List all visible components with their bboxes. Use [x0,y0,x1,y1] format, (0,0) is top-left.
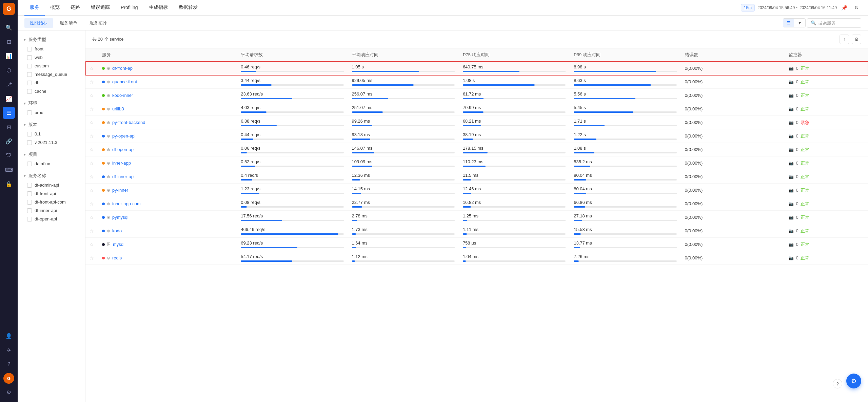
nav-item-data-forward[interactable]: 数据转发 [173,0,203,16]
filter-item-v01[interactable]: 0.1 [18,130,85,138]
table-row[interactable]: ☆ ⊕ df-open-api 0.06 req/s 146.07 ms 178… [85,143,868,156]
table-row[interactable]: ☆ ⊕ df-inner-api 0.4 req/s 12.36 ms 11.5… [85,170,868,184]
table-row[interactable]: ☆ ⊗ redis 54.17 req/s 1.12 ms 1.04 ms 7.… [85,251,868,265]
service-name-cell[interactable]: ⊗ redis [102,255,233,260]
star-button[interactable]: ☆ [90,79,94,85]
view-toggle-list[interactable]: ☰ [783,19,794,27]
filter-item-df-front-api-com[interactable]: df-front-api-com [18,198,85,206]
nav-item-error-track[interactable]: 错误追踪 [85,0,115,16]
filter-checkbox-front[interactable] [27,47,32,51]
star-button[interactable]: ☆ [90,161,94,166]
filter-item-front[interactable]: front [18,45,85,53]
user-avatar[interactable]: G [3,373,14,384]
table-row[interactable]: ☆ ⊗ pymysql 17.56 req/s 2.78 ms 1.25 ms … [85,211,868,224]
table-row[interactable]: ☆ ⊕ py-inner 1.23 req/s 14.15 ms 12.46 m… [85,184,868,197]
view-toggle-grid[interactable]: ▼ [794,19,805,27]
filter-checkbox-cache[interactable] [27,89,32,94]
sidebar-icon-terminal[interactable]: ⌨ [3,164,15,176]
service-name-cell[interactable]: ⊕ py-front-backend [102,120,233,125]
table-row[interactable]: ☆ ⊕ inner-app-com 0.08 req/s 22.77 ms 16… [85,197,868,211]
star-button[interactable]: ☆ [90,255,94,261]
star-button[interactable]: ☆ [90,147,94,152]
sidebar-icon-topology[interactable]: ⬡ [3,64,15,76]
fab-button[interactable]: ⚙ [846,374,861,388]
filter-item-web[interactable]: web [18,53,85,62]
help-button[interactable]: ? [833,379,842,388]
filter-item-cache[interactable]: cache [18,87,85,96]
filter-item-custom[interactable]: custom [18,62,85,70]
filter-section-header-project[interactable]: ▼ 项目 [18,149,85,160]
service-name-cell[interactable]: ⊕ guance-front [102,79,233,84]
filter-checkbox-df-open-api[interactable] [27,217,32,221]
filter-checkbox-df-front-api[interactable] [27,191,32,196]
sidebar-icon-search[interactable]: 🔍 [3,21,15,34]
service-name-cell[interactable]: ⊕ df-open-api [102,147,233,152]
star-button[interactable]: ☆ [90,93,94,98]
service-name-cell[interactable]: ⊕ inner-app [102,161,233,166]
sidebar-icon-analytics[interactable]: 📈 [3,92,15,105]
settings-icon[interactable]: ⚙ [852,35,861,44]
nav-item-services[interactable]: 服务 [24,0,45,16]
filter-item-df-inner-api[interactable]: df-inner-api [18,206,85,215]
refresh-icon[interactable]: ↻ [852,3,861,13]
service-name-cell[interactable]: ⊕ df-inner-api [102,174,233,179]
nav-item-trace[interactable]: 链路 [65,0,85,16]
star-button[interactable]: ☆ [90,201,94,207]
sidebar-icon-chart[interactable]: 📊 [3,50,15,62]
filter-checkbox-df-inner-api[interactable] [27,208,32,213]
filter-section-header-service-name[interactable]: ▼ 服务名称 [18,171,85,181]
service-name-cell[interactable]: ⊕ kodo-inner [102,93,233,98]
service-name-cell[interactable]: 🗄 mysql [102,242,233,247]
filter-item-db[interactable]: db [18,79,85,87]
filter-section-header-service-type[interactable]: ▼ 服务类型 [18,35,85,45]
filter-checkbox-v01[interactable] [27,132,32,136]
filter-checkbox-df-admin-api[interactable] [27,183,32,188]
filter-item-df-admin-api[interactable]: df-admin-api [18,181,85,189]
filter-checkbox-message-queue[interactable] [27,72,32,77]
service-name-cell[interactable]: ⊕ inner-app-com [102,201,233,206]
service-name-cell[interactable]: ⊕ py-inner [102,188,233,193]
table-row[interactable]: ☆ ⊕ urllib3 4.03 req/s 251.07 ms 70.99 m… [85,102,868,116]
filter-section-header-env[interactable]: ▼ 环境 [18,98,85,108]
export-icon[interactable]: ↑ [840,35,849,44]
nav-item-overview[interactable]: 概览 [45,0,65,16]
filter-checkbox-v2021[interactable] [27,140,32,145]
time-range-badge[interactable]: 15m [741,4,755,12]
search-box[interactable]: 🔍 搜索服务 [807,18,861,28]
service-name-cell[interactable]: ⊕ df-front-api [102,66,233,71]
filter-checkbox-dataflux[interactable] [27,162,32,166]
table-row[interactable]: ☆ ⊕ kodo-inner 23.63 req/s 256.07 ms 61.… [85,89,868,102]
filter-item-v2021[interactable]: v.2021.11.3 [18,138,85,147]
star-button[interactable]: ☆ [90,106,94,112]
star-button[interactable]: ☆ [90,174,94,179]
sidebar-icon-lock[interactable]: 🔒 [3,178,15,190]
service-name-cell[interactable]: ⊗ pymysql [102,215,233,220]
table-row[interactable]: ☆ ⊕ py-open-api 0.44 req/s 93.18 ms 38.1… [85,129,868,143]
filter-checkbox-db[interactable] [27,81,32,85]
sidebar-icon-settings[interactable]: ⚙ [3,386,15,398]
nav-item-profiling[interactable]: Profiling [115,0,143,16]
star-button[interactable]: ☆ [90,228,94,234]
service-name-cell[interactable]: ⊕ kodo [102,228,233,233]
star-button[interactable]: ☆ [90,242,94,247]
table-row[interactable]: ☆ ⊕ inner-app 0.52 req/s 109.09 ms 110.2… [85,156,868,170]
filter-checkbox-web[interactable] [27,55,32,60]
filter-checkbox-prod[interactable] [27,110,32,115]
star-button[interactable]: ☆ [90,120,94,125]
filter-item-prod[interactable]: prod [18,108,85,117]
sidebar-icon-send[interactable]: ✈ [3,344,15,356]
table-row[interactable]: ☆ ⊕ guance-front 3.44 req/s 929.05 ms 1.… [85,75,868,89]
sidebar-icon-dashboard[interactable]: ⊞ [3,36,15,48]
sidebar-icon-help[interactable]: ? [3,358,15,371]
sub-tab-service-topology[interactable]: 服务拓扑 [84,18,113,28]
sub-tab-service-list[interactable]: 服务清单 [54,18,83,28]
app-logo[interactable]: G [3,3,15,15]
filter-item-message-queue[interactable]: message_queue [18,70,85,79]
star-button[interactable]: ☆ [90,66,94,71]
filter-item-dataflux[interactable]: dataflux [18,160,85,168]
nav-item-generate-metrics[interactable]: 生成指标 [143,0,173,16]
sub-tab-performance[interactable]: 性能指标 [24,18,53,28]
star-button[interactable]: ☆ [90,215,94,220]
filter-item-df-front-api[interactable]: df-front-api [18,189,85,198]
sidebar-icon-shield[interactable]: 🛡 [3,149,15,162]
